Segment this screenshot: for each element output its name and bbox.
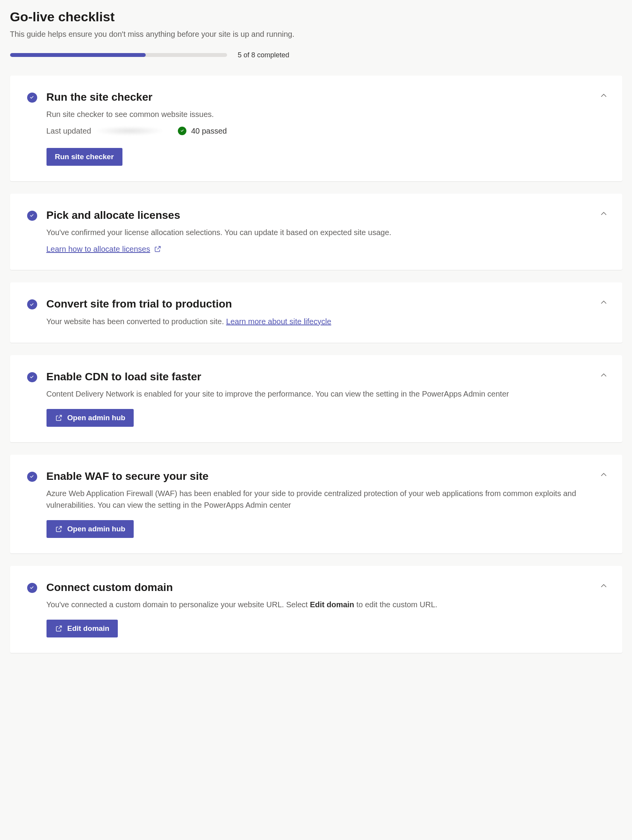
checklist-item-licenses: Pick and allocate licenses You've confir…	[10, 194, 622, 270]
chevron-up-icon	[599, 371, 608, 380]
item-title: Pick and allocate licenses	[46, 208, 605, 223]
chevron-up-icon	[599, 582, 608, 590]
passed-count: 40 passed	[191, 125, 227, 136]
item-title: Enable WAF to secure your site	[46, 469, 605, 484]
item-title: Run the site checker	[46, 89, 605, 105]
open-external-icon	[55, 414, 63, 422]
allocate-licenses-link[interactable]: Learn how to allocate licenses	[46, 244, 162, 254]
chevron-up-icon	[599, 91, 608, 100]
item-description: You've connected a custom domain to pers…	[46, 599, 605, 610]
check-circle-icon	[27, 299, 37, 309]
check-circle-icon	[27, 211, 37, 221]
item-description: Content Delivery Network is enabled for …	[46, 388, 605, 400]
desc-text: to edit the custom URL.	[354, 600, 437, 609]
button-label: Edit domain	[67, 624, 110, 633]
check-circle-icon	[27, 372, 37, 382]
chevron-up-icon	[599, 471, 608, 479]
open-external-icon	[55, 525, 63, 533]
check-circle-green-icon	[178, 127, 186, 135]
desc-bold: Edit domain	[310, 600, 354, 609]
last-updated-timestamp	[96, 126, 162, 136]
collapse-toggle[interactable]	[598, 90, 609, 101]
checklist-item-domain: Connect custom domain You've connected a…	[10, 566, 622, 653]
button-label: Open admin hub	[67, 414, 126, 422]
button-label: Open admin hub	[67, 525, 126, 533]
progress-row: 5 of 8 completed	[10, 50, 622, 60]
item-title: Connect custom domain	[46, 580, 605, 595]
progress-fill	[10, 53, 146, 57]
page-subtitle: This guide helps ensure you don't miss a…	[10, 29, 622, 40]
checklist-item-cdn: Enable CDN to load site faster Content D…	[10, 355, 622, 442]
collapse-toggle[interactable]	[598, 469, 609, 480]
open-admin-hub-button[interactable]: Open admin hub	[46, 520, 134, 538]
link-label: Learn how to allocate licenses	[46, 244, 150, 254]
check-circle-icon	[27, 472, 37, 482]
check-circle-icon	[27, 93, 37, 103]
collapse-toggle[interactable]	[598, 297, 609, 308]
item-title: Convert site from trial to production	[46, 296, 605, 311]
status-row: Last updated 40 passed	[46, 125, 605, 136]
open-admin-hub-button[interactable]: Open admin hub	[46, 409, 134, 427]
site-lifecycle-link[interactable]: Learn more about site lifecycle	[226, 317, 331, 326]
item-description: You've confirmed your license allocation…	[46, 227, 605, 238]
check-circle-icon	[27, 583, 37, 593]
collapse-toggle[interactable]	[598, 581, 609, 591]
open-external-icon	[154, 245, 162, 253]
edit-domain-button[interactable]: Edit domain	[46, 620, 118, 637]
run-site-checker-button[interactable]: Run site checker	[46, 148, 122, 166]
open-external-icon	[55, 625, 63, 632]
desc-text: You've connected a custom domain to pers…	[46, 600, 310, 609]
collapse-toggle[interactable]	[598, 208, 609, 219]
button-label: Run site checker	[55, 153, 114, 161]
desc-text: Your website has been converted to produ…	[46, 317, 226, 326]
progress-bar	[10, 53, 227, 57]
chevron-up-icon	[599, 298, 608, 307]
progress-label: 5 of 8 completed	[238, 50, 289, 60]
page-title: Go-live checklist	[10, 8, 622, 26]
item-description: Your website has been converted to produ…	[46, 316, 605, 327]
checklist-item-waf: Enable WAF to secure your site Azure Web…	[10, 455, 622, 553]
checklist-item-convert: Convert site from trial to production Yo…	[10, 282, 622, 342]
collapse-toggle[interactable]	[598, 370, 609, 381]
chevron-up-icon	[599, 210, 608, 218]
checklist-item-site-checker: Run the site checker Run site checker to…	[10, 76, 622, 181]
item-description: Run site checker to see common website i…	[46, 108, 605, 120]
item-description: Azure Web Application Firewall (WAF) has…	[46, 488, 605, 511]
item-title: Enable CDN to load site faster	[46, 369, 605, 384]
last-updated-label: Last updated	[46, 125, 91, 136]
